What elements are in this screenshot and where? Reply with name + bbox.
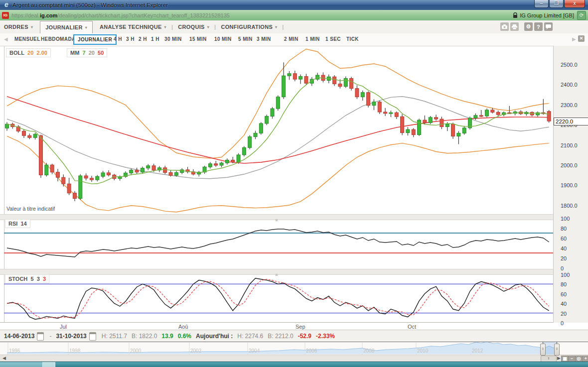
chevron-down-icon bbox=[164, 25, 166, 29]
tab-3h[interactable]: 3 H bbox=[126, 36, 135, 42]
history-navigator[interactable]: 199619982000200220042006200820102012 bbox=[0, 342, 588, 355]
candle-body bbox=[107, 173, 110, 175]
menu-item-configurations[interactable]: CONFIGURATIONS bbox=[217, 22, 281, 32]
candle-body bbox=[491, 110, 494, 112]
navigator-left-handle[interactable]: ‖ bbox=[540, 344, 546, 356]
scroll-tabs-right-icon[interactable]: ▶ bbox=[572, 36, 576, 42]
chart-line bbox=[7, 78, 549, 184]
tab-4h[interactable]: 4 H bbox=[114, 36, 122, 42]
menu-item-croquis[interactable]: CROQUIS bbox=[174, 22, 213, 32]
snapshot-icon[interactable] bbox=[500, 22, 509, 31]
month-axis-label: Sep bbox=[295, 324, 305, 330]
stoch-tick-label: 60 bbox=[561, 291, 567, 297]
candle-body bbox=[214, 164, 218, 165]
tab-5min[interactable]: 5 MIN bbox=[238, 36, 253, 42]
taskbar-app-box bbox=[42, 362, 55, 367]
today-high: H: 2274.6 bbox=[237, 333, 263, 340]
candle-body bbox=[45, 165, 48, 175]
candlestick-chart[interactable] bbox=[0, 46, 553, 323]
rsi-tick-label: 100 bbox=[561, 216, 570, 222]
candle-body bbox=[474, 116, 477, 118]
date-to: 31-10-2013 bbox=[56, 333, 86, 340]
stoch-indicator-chip[interactable]: STOCH 5 3 3 bbox=[5, 274, 49, 283]
candle-body bbox=[333, 77, 336, 84]
tab-2min[interactable]: 2 MIN bbox=[284, 36, 298, 42]
price-tick-label: 2300.0 bbox=[561, 102, 578, 108]
today-label: Aujourd'hui : bbox=[196, 333, 233, 340]
today-change: -52.9 bbox=[298, 333, 311, 340]
refresh-icon[interactable]: ⟳ bbox=[577, 11, 586, 20]
status-bar: 14-06-2013 - 31-10-2013 H: 2511.7 B: 182… bbox=[0, 330, 588, 342]
candle-body bbox=[451, 124, 455, 136]
rsi-tick-label: 80 bbox=[561, 226, 567, 232]
candle-body bbox=[163, 168, 167, 173]
candle-body bbox=[496, 112, 500, 115]
candle-body bbox=[440, 119, 443, 126]
scroll-left-icon[interactable]: ◀ bbox=[2, 356, 6, 361]
menu-item-ordres[interactable]: ORDRES bbox=[0, 22, 37, 32]
lock-icon bbox=[513, 12, 518, 18]
chat-icon[interactable] bbox=[544, 22, 553, 31]
tab-1h[interactable]: 1 H bbox=[151, 36, 159, 42]
internet-explorer-icon: e bbox=[3, 1, 10, 8]
candle-body bbox=[445, 124, 449, 126]
tab-30min[interactable]: 30 MIN bbox=[164, 36, 182, 42]
calendar-icon[interactable] bbox=[37, 332, 44, 341]
rsi-indicator-chip[interactable]: RSI 14 bbox=[5, 219, 30, 228]
tab-tick[interactable]: TICK bbox=[346, 36, 359, 42]
tab-10min[interactable]: 10 MIN bbox=[214, 36, 232, 42]
range-low: B: 1822.0 bbox=[132, 333, 157, 340]
rsi-tick-label: 0 bbox=[561, 265, 564, 271]
tab-2h[interactable]: 2 H bbox=[139, 36, 147, 42]
url-scheme: https://deal. bbox=[11, 12, 40, 18]
close-button[interactable]: x bbox=[564, 0, 585, 8]
horizontal-scrollbar[interactable]: ◀ ‖ ▶ ▦ − ◎ + bbox=[0, 355, 588, 362]
taskbar-highlight bbox=[0, 362, 42, 367]
year-axis-label: 2002 bbox=[190, 348, 201, 354]
panel-divider-handle[interactable]: ≡ bbox=[0, 214, 553, 220]
candle-body bbox=[169, 173, 172, 176]
print-icon[interactable] bbox=[510, 22, 519, 31]
minimize-button[interactable]: – bbox=[534, 0, 549, 8]
tab-journalier[interactable]: JOURNALIER bbox=[73, 34, 117, 45]
moving-average-indicator-chip[interactable]: MM 7 20 50 bbox=[67, 48, 107, 57]
help-icon[interactable]: ? bbox=[534, 22, 543, 31]
calendar-icon[interactable] bbox=[89, 332, 96, 341]
bollinger-indicator-chip[interactable]: BOLL 20 2.00 bbox=[6, 48, 51, 57]
chevron-down-icon bbox=[275, 25, 277, 29]
navigator-right-handle[interactable]: ‖ bbox=[554, 344, 560, 356]
tab-3min[interactable]: 3 MIN bbox=[257, 36, 271, 42]
menu-separator: | bbox=[214, 24, 216, 30]
candle-body bbox=[384, 112, 387, 114]
certificate-owner-label[interactable]: IG Group Limited [GB] bbox=[520, 12, 574, 18]
candle-body bbox=[389, 113, 393, 114]
candle-body bbox=[395, 113, 398, 117]
tab-15min[interactable]: 15 MIN bbox=[189, 36, 207, 42]
range-change-pct: 0.6% bbox=[178, 333, 191, 340]
chart-line bbox=[7, 279, 549, 318]
menu-item-analyse-technique[interactable]: ANALYSE TECHNIQUE bbox=[96, 22, 170, 32]
stoch-tick-label: 40 bbox=[561, 301, 567, 307]
menu-item-journalier[interactable]: JOURNALIER bbox=[40, 21, 93, 34]
tab-1sec[interactable]: 1 SEC bbox=[325, 36, 341, 42]
url-field[interactable]: https://deal.ig.com/dealing/pd/chart/tic… bbox=[11, 12, 230, 18]
candle-body bbox=[485, 110, 489, 116]
candle-body bbox=[338, 84, 342, 86]
scroll-tabs-left-icon[interactable]: ◀ bbox=[4, 36, 8, 42]
candle-body bbox=[350, 78, 353, 88]
candle-body bbox=[378, 102, 381, 112]
gear-icon[interactable]: ⚙ bbox=[524, 22, 533, 31]
tab-mensuel[interactable]: MENSUEL bbox=[14, 36, 40, 42]
close-chart-icon[interactable]: ✕ bbox=[578, 35, 585, 42]
price-tick-label: 2100.0 bbox=[561, 142, 578, 148]
candle-body bbox=[220, 163, 223, 165]
month-axis-label: Oct bbox=[408, 324, 416, 330]
panel-divider-handle[interactable]: ≡ bbox=[0, 269, 553, 275]
maximize-button[interactable]: ❐ bbox=[549, 0, 564, 8]
year-axis-label: 2012 bbox=[472, 348, 483, 354]
menu-separator: | bbox=[171, 24, 173, 30]
candle-body bbox=[22, 131, 25, 135]
scroll-right-icon[interactable]: ▶ bbox=[557, 356, 561, 361]
candle-body bbox=[259, 123, 263, 133]
tab-1min[interactable]: 1 MIN bbox=[305, 36, 320, 42]
